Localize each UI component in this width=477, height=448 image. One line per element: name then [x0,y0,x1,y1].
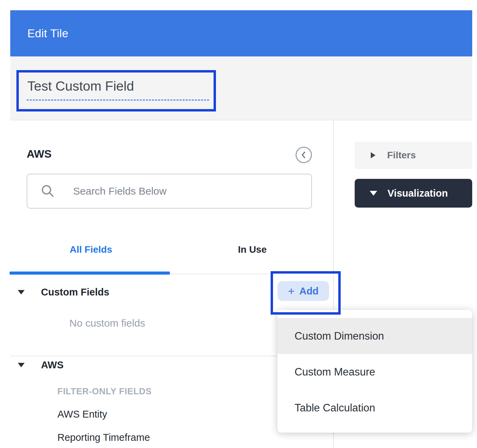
tile-title-input[interactable] [27,76,205,96]
visualization-label: Visualization [387,188,448,199]
search-input[interactable] [72,185,277,197]
active-tab-indicator [10,272,170,275]
add-custom-field-button[interactable]: + Add [277,281,329,301]
menu-item-table-calculation[interactable]: Table Calculation [277,390,472,426]
edit-tile-dialog: Edit Tile AWS All Fields In Use Custom F… [0,0,477,448]
triangle-right-icon [371,152,376,158]
add-button-label: Add [299,286,318,297]
menu-item-custom-measure[interactable]: Custom Measure [277,354,472,390]
plus-icon: + [288,286,295,297]
field-search-box[interactable] [27,174,312,209]
filters-section-header[interactable]: Filters [355,142,472,169]
filters-label: Filters [387,150,416,161]
section-aws[interactable]: AWS [18,359,64,371]
chevron-left-icon [297,147,311,163]
triangle-down-icon [370,191,377,196]
tab-in-use[interactable]: In Use [172,243,333,256]
dialog-title: Edit Tile [27,27,68,40]
no-custom-fields-text: No custom fields [69,317,145,329]
caret-down-icon[interactable] [18,363,25,367]
caret-down-icon[interactable] [18,290,25,294]
tab-all-fields[interactable]: All Fields [10,243,172,256]
explore-name: AWS [27,148,52,160]
add-field-dropdown-menu: Custom Dimension Custom Measure Table Ca… [277,310,472,433]
collapse-panel-button[interactable] [296,147,312,163]
field-aws-entity[interactable]: AWS Entity [57,409,107,420]
section-label: AWS [41,359,64,371]
visualization-section-header[interactable]: Visualization [355,179,472,208]
filter-only-fields-label: FILTER-ONLY FIELDS [57,386,152,397]
section-label: Custom Fields [41,287,109,298]
search-icon [41,184,55,198]
menu-item-custom-dimension[interactable]: Custom Dimension [277,318,472,354]
title-dashed-underline [27,100,209,101]
dialog-header: Edit Tile [10,10,472,56]
section-custom-fields[interactable]: Custom Fields [18,287,109,298]
field-reporting-timeframe[interactable]: Reporting Timeframe [57,432,150,443]
